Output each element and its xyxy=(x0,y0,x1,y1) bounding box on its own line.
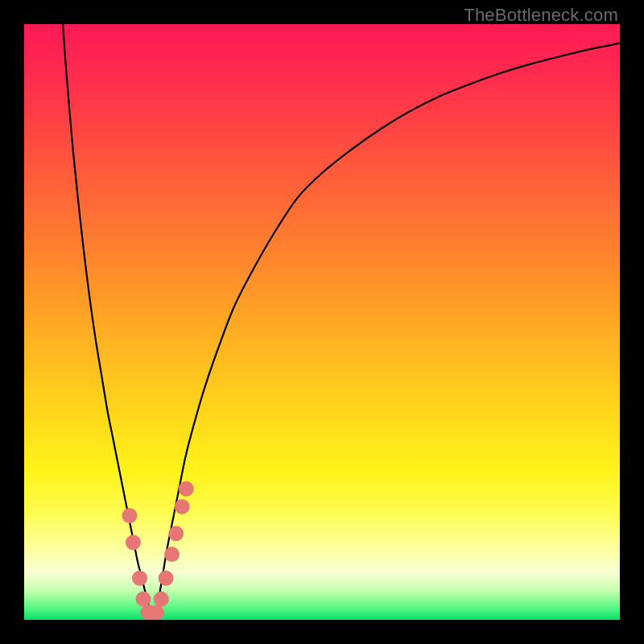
data-marker xyxy=(159,571,174,586)
data-marker xyxy=(168,526,184,541)
watermark-text: TheBottleneck.com xyxy=(464,5,618,26)
curve-layer xyxy=(24,24,620,620)
data-marker xyxy=(122,508,137,523)
plot-area xyxy=(24,24,620,620)
data-marker xyxy=(132,571,147,586)
bottleneck-curve xyxy=(63,24,620,617)
data-marker xyxy=(179,481,194,497)
data-marker xyxy=(175,499,190,514)
data-markers xyxy=(122,481,193,620)
data-marker xyxy=(154,592,169,607)
data-marker xyxy=(136,592,151,607)
data-marker xyxy=(126,535,141,550)
data-marker xyxy=(149,605,164,620)
data-marker xyxy=(164,547,180,562)
chart-frame: TheBottleneck.com xyxy=(0,0,644,644)
